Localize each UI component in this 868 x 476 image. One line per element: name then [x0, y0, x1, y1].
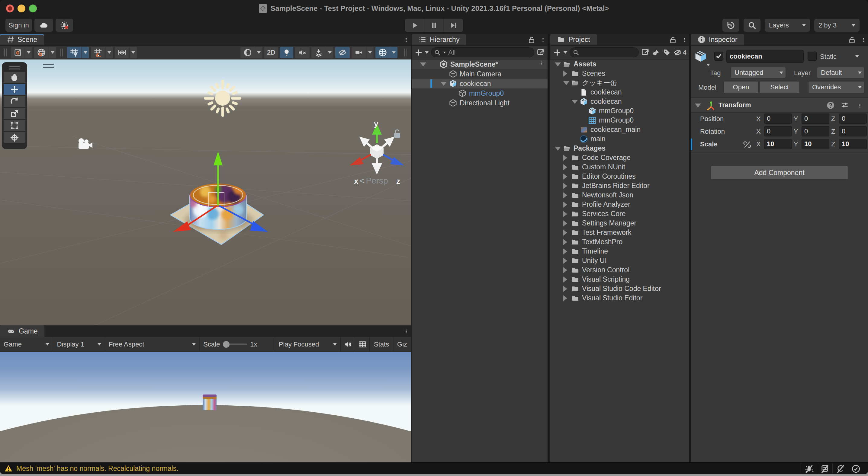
status-message[interactable]: Mesh 'mesh' has no normals. Recalculatin… [16, 465, 179, 473]
tab-game[interactable]: Game [0, 325, 44, 337]
hidden-packages-toggle[interactable]: 4 [673, 49, 686, 57]
project-item-row[interactable]: Profile Analyzer [550, 200, 689, 209]
foldout-arrow-icon[interactable] [563, 211, 567, 217]
directional-light-gizmo[interactable] [198, 74, 247, 122]
scene-menu-icon[interactable] [404, 35, 408, 44]
scale-tool-button[interactable] [4, 108, 25, 119]
prefab-caret-icon[interactable] [706, 64, 710, 66]
lock-icon[interactable] [669, 36, 677, 44]
position-y-field[interactable]: 0 [802, 114, 829, 124]
foldout-arrow-icon[interactable] [555, 62, 561, 66]
toolbar-grip[interactable] [4, 49, 7, 57]
foldout-arrow-icon[interactable] [563, 220, 567, 226]
transform-menu-icon[interactable] [858, 101, 862, 110]
transform-tool-button[interactable] [4, 132, 25, 143]
search-button[interactable] [744, 19, 761, 32]
tab-project[interactable]: Project [550, 34, 597, 45]
add-component-button[interactable]: Add Component [711, 166, 848, 180]
foldout-arrow-icon[interactable] [563, 164, 567, 170]
filter-by-type-icon[interactable] [652, 48, 660, 57]
sign-in-button[interactable]: Sign in [5, 19, 32, 32]
project-item-row[interactable]: mmGroup0 [550, 106, 689, 116]
project-item-row[interactable]: main [550, 134, 689, 144]
stats-toggle[interactable]: Stats [370, 337, 394, 352]
display-dropdown[interactable]: Display 1 [53, 337, 105, 352]
undo-history-button[interactable] [722, 19, 739, 32]
model-select-button[interactable]: Select [759, 81, 800, 93]
tool-space-dropdown[interactable] [34, 47, 56, 58]
autorefresh-disabled-icon[interactable] [832, 463, 848, 474]
palette-drag-handle[interactable] [9, 66, 20, 69]
scene-viewport[interactable]: y x z <Persp [0, 60, 411, 325]
rotation-x-field[interactable]: 0 [764, 126, 792, 136]
hidden-objects-toggle[interactable] [335, 47, 350, 58]
scale-y-field[interactable]: 10 [802, 139, 829, 149]
project-item-row[interactable]: Test Framework [550, 228, 689, 237]
rect-tool-button[interactable] [4, 120, 25, 131]
play-focus-dropdown[interactable]: Play Focused [275, 337, 341, 352]
foldout-arrow-icon[interactable] [441, 82, 447, 86]
project-item-row[interactable]: Version Control [550, 265, 689, 275]
presets-icon[interactable] [840, 101, 849, 109]
tag-dropdown[interactable]: Untagged [731, 67, 786, 78]
project-item-row[interactable]: Scenes [550, 69, 689, 78]
camera-gizmo-icon[interactable] [76, 137, 94, 151]
game-menu-icon[interactable] [404, 327, 408, 336]
minimize-window-button[interactable] [18, 4, 25, 12]
transform-header[interactable]: Transform [691, 98, 868, 113]
game-gizmos-dropdown[interactable]: Giz [394, 337, 411, 352]
hierarchy-search-input[interactable]: All [431, 47, 534, 57]
project-create-dropdown[interactable] [553, 48, 567, 57]
cloud-services-button[interactable] [34, 19, 53, 32]
scale-x-field[interactable]: 10 [764, 139, 792, 149]
project-item-row[interactable]: Visual Studio Code Editor [550, 284, 689, 293]
hierarchy-menu-icon[interactable] [541, 35, 545, 44]
hierarchy-item-row[interactable]: Main Camera [412, 69, 548, 79]
scale-slider[interactable] [223, 344, 247, 345]
toolbar-grip[interactable] [404, 49, 406, 57]
project-item-row[interactable]: TextMeshPro [550, 237, 689, 247]
hand-tool-button[interactable] [4, 72, 25, 83]
foldout-arrow-icon[interactable] [563, 286, 567, 292]
tab-inspector[interactable]: Inspector [691, 34, 744, 45]
search-by-type-icon[interactable] [641, 48, 650, 57]
scene-options-icon[interactable] [539, 60, 543, 70]
foldout-arrow-icon[interactable] [572, 100, 578, 104]
inspector-menu-icon[interactable] [861, 35, 866, 44]
project-item-row[interactable]: Visual Scripting [550, 275, 689, 284]
project-item-row[interactable]: cookiecan [550, 97, 689, 106]
project-item-row[interactable]: Newtonsoft Json [550, 190, 689, 200]
collab-button[interactable] [56, 19, 73, 32]
tool-settings-dropdown[interactable] [11, 47, 32, 58]
tab-scene[interactable]: Scene [0, 34, 44, 45]
static-checkbox[interactable] [808, 52, 817, 61]
project-item-row[interactable]: Unity UI [550, 256, 689, 265]
debugger-disabled-icon[interactable] [801, 463, 817, 474]
scene-picker-icon[interactable] [537, 48, 545, 57]
overlay-handle[interactable] [43, 64, 54, 68]
gizmo-y-label[interactable]: y [374, 119, 378, 129]
lock-icon[interactable] [528, 36, 535, 44]
foldout-arrow-icon[interactable] [563, 173, 567, 180]
foldout-arrow-icon[interactable] [555, 147, 561, 151]
toolbar-grip[interactable] [60, 49, 63, 57]
game-viewport[interactable] [0, 352, 411, 463]
project-item-row[interactable]: Assets [550, 60, 689, 69]
foldout-arrow-icon[interactable] [563, 239, 567, 245]
move-tool-button[interactable] [4, 84, 25, 95]
project-item-row[interactable]: Custom NUnit [550, 162, 689, 172]
overrides-dropdown[interactable]: Overrides [808, 81, 864, 93]
effects-dropdown[interactable] [311, 47, 334, 58]
static-caret-icon[interactable] [855, 55, 859, 58]
project-item-row[interactable]: Code Coverage [550, 153, 689, 162]
foldout-arrow-icon[interactable] [563, 295, 567, 301]
project-item-row[interactable]: mmGroup0 [550, 116, 689, 125]
filter-by-label-icon[interactable] [663, 49, 671, 57]
close-window-button[interactable] [6, 4, 14, 12]
hierarchy-item-row[interactable]: mmGroup0 [412, 89, 548, 98]
foldout-arrow-icon[interactable] [563, 230, 567, 236]
model-open-button[interactable]: Open [723, 81, 759, 93]
project-menu-icon[interactable] [682, 35, 686, 44]
project-item-row[interactable]: cookiecan [550, 88, 689, 97]
layer-dropdown[interactable]: Default [817, 67, 864, 78]
